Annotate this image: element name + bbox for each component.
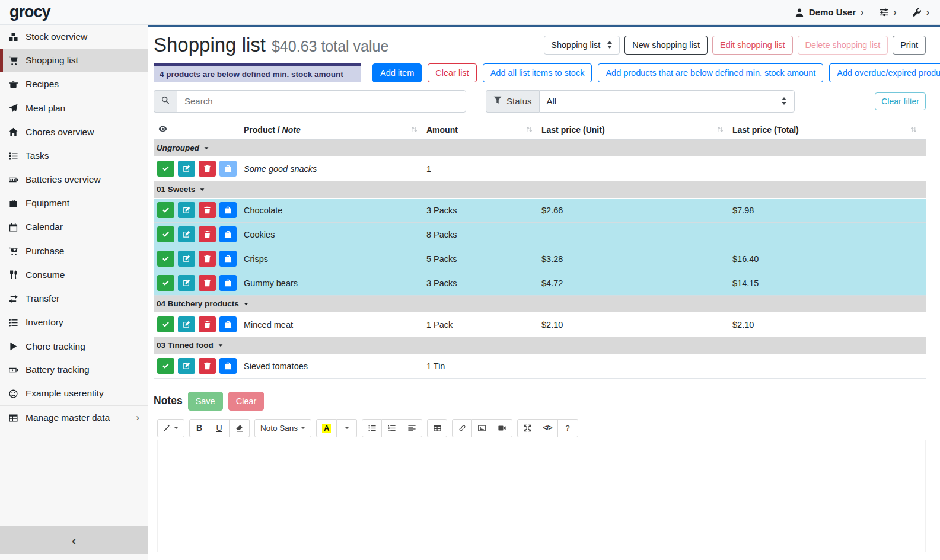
paragraph-button[interactable] <box>402 419 422 437</box>
sidebar-item-batteries-overview[interactable]: Batteries overview <box>0 168 148 191</box>
add-to-stock-button[interactable] <box>219 226 237 242</box>
status-filter-select[interactable]: All <box>539 90 795 113</box>
sort-icon <box>525 126 533 133</box>
sidebar-item-calendar[interactable]: Calendar <box>0 216 148 239</box>
group-row-ungrouped[interactable]: Ungrouped <box>154 140 926 157</box>
mark-done-button[interactable] <box>157 226 174 242</box>
mark-done-button[interactable] <box>157 251 174 267</box>
ordered-list-button[interactable] <box>382 419 402 437</box>
column-header-total-price[interactable]: Last price (Total) <box>732 120 926 139</box>
user-menu[interactable]: Demo User › <box>795 7 864 17</box>
grocy-logo[interactable]: grocy <box>9 3 50 21</box>
add-to-stock-button[interactable] <box>219 161 237 177</box>
fullscreen-button[interactable] <box>517 419 537 437</box>
sidebar-item-recipes[interactable]: Recipes <box>0 72 148 96</box>
edit-item-button[interactable] <box>178 316 195 332</box>
group-row-03-tinned-food[interactable]: 03 Tinned food <box>154 337 926 354</box>
sidebar-item-meal-plan[interactable]: Meal plan <box>0 97 148 120</box>
mark-done-button[interactable] <box>157 275 174 291</box>
column-header-product[interactable]: Product / Note <box>244 120 426 139</box>
mark-done-button[interactable] <box>157 161 174 177</box>
add-all-to-stock-button[interactable]: Add all list items to stock <box>483 63 592 82</box>
font-family-button[interactable]: Noto Sans <box>254 419 311 437</box>
mark-done-button[interactable] <box>157 202 174 218</box>
picture-button[interactable] <box>472 419 492 437</box>
delete-item-button[interactable] <box>199 161 216 177</box>
group-row-04-butchery-products[interactable]: 04 Butchery products <box>154 296 926 313</box>
new-shopping-list-button[interactable]: New shopping list <box>624 36 708 55</box>
save-notes-button[interactable]: Save <box>188 392 223 411</box>
add-to-stock-button[interactable] <box>219 316 237 332</box>
group-row-01-sweets[interactable]: 01 Sweets <box>154 181 926 199</box>
delete-shopping-list-button[interactable]: Delete shopping list <box>798 36 888 55</box>
shopping-bag-icon <box>224 165 232 172</box>
print-button[interactable]: Print <box>893 36 926 55</box>
edit-item-button[interactable] <box>178 251 195 267</box>
add-to-stock-button[interactable] <box>219 251 237 267</box>
clear-list-button[interactable]: Clear list <box>428 63 476 82</box>
sidebar-item-inventory[interactable]: Inventory <box>0 311 148 334</box>
underline-button[interactable]: U <box>209 419 230 437</box>
mark-done-button[interactable] <box>157 358 174 374</box>
edit-icon <box>183 231 190 238</box>
delete-item-button[interactable] <box>199 202 216 218</box>
sidebar-item-example-userentity[interactable]: Example userentity <box>0 382 148 406</box>
clear-formatting-button[interactable] <box>230 419 250 437</box>
clear-notes-button[interactable]: Clear <box>228 392 265 411</box>
sidebar-item-chore-tracking[interactable]: Chore tracking <box>0 334 148 358</box>
search-input[interactable] <box>177 90 466 113</box>
edit-shopping-list-button[interactable]: Edit shopping list <box>712 36 793 55</box>
sidebar-item-consume[interactable]: Consume <box>0 263 148 287</box>
sidebar-item-tasks[interactable]: Tasks <box>0 144 148 168</box>
column-header-amount[interactable]: Amount <box>426 120 541 139</box>
shopping-list-row: Gummy bears3 Packs$4.72$14.15 <box>154 271 926 296</box>
edit-item-button[interactable] <box>178 275 195 291</box>
delete-item-button[interactable] <box>199 358 216 374</box>
help-button[interactable]: ? <box>558 419 578 437</box>
delete-item-button[interactable] <box>199 275 216 291</box>
add-to-stock-button[interactable] <box>219 202 237 218</box>
add-to-stock-button[interactable] <box>219 275 237 291</box>
sidebar-collapse-button[interactable]: ‹ <box>0 526 148 554</box>
edit-item-button[interactable] <box>178 226 195 242</box>
sliders-icon <box>879 8 888 17</box>
admin-menu[interactable]: › <box>912 8 929 17</box>
codeview-button[interactable]: </> <box>537 419 557 437</box>
style-magic-button[interactable] <box>157 419 184 437</box>
sidebar-item-shopping-list[interactable]: Shopping list <box>0 49 148 72</box>
edit-item-button[interactable] <box>178 161 195 177</box>
align-left-icon <box>408 424 416 432</box>
text-color-button[interactable]: A <box>316 419 337 437</box>
clear-filter-button[interactable]: Clear filter <box>875 92 926 110</box>
column-header-unit-price[interactable]: Last price (Unit) <box>541 120 732 139</box>
sidebar-item-equipment[interactable]: Equipment <box>0 191 148 215</box>
delete-item-button[interactable] <box>199 251 216 267</box>
delete-item-button[interactable] <box>199 226 216 242</box>
table-button[interactable] <box>427 419 447 437</box>
amount-cell: 1 Tin <box>426 361 541 371</box>
bold-button[interactable]: B <box>189 419 209 437</box>
sidebar-item-stock-overview[interactable]: Stock overview <box>0 25 148 49</box>
text-color-dropdown-button[interactable] <box>337 419 357 437</box>
total-price-cell: $16.40 <box>732 254 926 264</box>
sidebar-item-chores-overview[interactable]: Chores overview <box>0 120 148 144</box>
sidebar-item-transfer[interactable]: Transfer <box>0 287 148 311</box>
link-button[interactable] <box>452 419 472 437</box>
edit-item-button[interactable] <box>178 202 195 218</box>
video-button[interactable] <box>492 419 512 437</box>
notes-editor[interactable] <box>157 440 926 552</box>
unordered-list-button[interactable] <box>362 419 382 437</box>
sidebar-item-battery-tracking[interactable]: Battery tracking <box>0 359 148 382</box>
edit-item-button[interactable] <box>178 358 195 374</box>
shopping-list-select[interactable]: Shopping list <box>544 36 620 55</box>
add-item-button[interactable]: Add item <box>372 63 422 82</box>
settings-menu[interactable]: › <box>879 8 896 17</box>
mark-done-button[interactable] <box>157 316 174 332</box>
add-to-stock-button[interactable] <box>219 358 237 374</box>
group-name: 01 Sweets <box>157 185 195 194</box>
add-below-min-button[interactable]: Add products that are below defined min.… <box>598 63 823 82</box>
sidebar-item-manage-master-data[interactable]: Manage master data› <box>0 406 148 430</box>
delete-item-button[interactable] <box>199 316 216 332</box>
sidebar-item-purchase[interactable]: Purchase <box>0 239 148 263</box>
add-overdue-button[interactable]: Add overdue/expired products <box>829 63 940 82</box>
